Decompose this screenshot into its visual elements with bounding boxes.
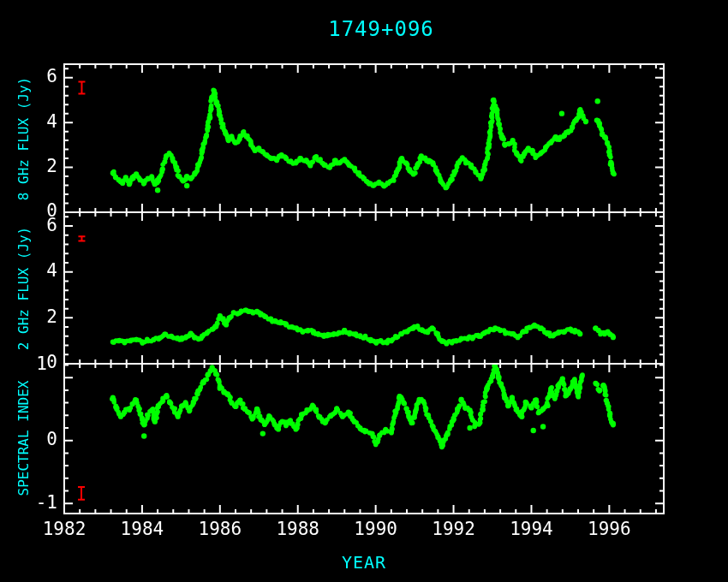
- y-axis-label-spectral-index: SPECTRAL INDEX: [15, 284, 34, 582]
- x-axis-label: YEAR: [64, 552, 664, 573]
- light-curve-figure: 1749+096 8 GHz FLUX (Jy) 2 GHz FLUX (Jy)…: [0, 0, 728, 582]
- light-curves-canvas: [0, 0, 728, 582]
- plot-title: 1749+096: [81, 17, 681, 41]
